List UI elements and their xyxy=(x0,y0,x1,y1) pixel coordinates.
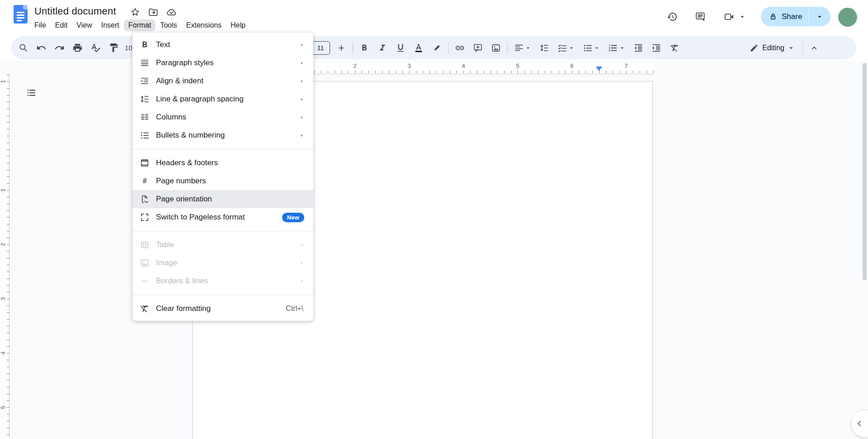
numbered-list-button[interactable] xyxy=(606,40,627,56)
undo-button[interactable] xyxy=(34,40,48,56)
menubar-item-view[interactable]: View xyxy=(72,19,96,31)
menubar-item-insert[interactable]: Insert xyxy=(97,19,124,31)
text-color-icon xyxy=(414,43,424,53)
menu-item-label: Borders & lines xyxy=(156,277,299,286)
logo-fold xyxy=(23,5,28,10)
insert-image-button[interactable] xyxy=(489,40,503,56)
menu-item-label: Table xyxy=(156,240,299,249)
docs-logo[interactable] xyxy=(14,5,28,24)
menu-item-paragraph-styles[interactable]: Paragraph styles xyxy=(132,54,313,72)
hruler-number: 7 xyxy=(623,63,630,69)
align-left-button[interactable] xyxy=(512,40,533,56)
menu-item-line-paragraph-spacing[interactable]: Line & paragraph spacing xyxy=(132,90,313,108)
font-size-input[interactable]: 11 xyxy=(311,41,330,55)
search-button[interactable] xyxy=(16,40,30,56)
numbered-list-icon xyxy=(608,43,618,53)
menu-item-table: Table xyxy=(132,236,313,254)
menubar-item-tools[interactable]: Tools xyxy=(156,19,181,31)
right-indent-marker[interactable] xyxy=(596,67,602,71)
menu-item-switch-to-pageless-format[interactable]: Switch to Pageless formatNew xyxy=(132,208,313,226)
dropdown-caret-icon xyxy=(524,44,532,52)
indent-decrease-button[interactable] xyxy=(632,40,645,56)
menu-item-label: Text xyxy=(156,40,299,49)
menu-item-page-numbers[interactable]: #Page numbers xyxy=(132,172,313,190)
menu-item-align-indent[interactable]: Align & indent xyxy=(132,72,313,90)
link-button[interactable] xyxy=(453,40,467,56)
comments-icon[interactable] xyxy=(695,11,706,22)
menubar-item-help[interactable]: Help xyxy=(226,19,250,31)
bold-icon xyxy=(139,39,150,50)
share-label: Share xyxy=(782,12,802,21)
hruler-number: 4 xyxy=(460,63,467,69)
text-color-button[interactable] xyxy=(412,40,425,56)
meet-video-icon[interactable] xyxy=(724,11,735,22)
menubar-item-file[interactable]: File xyxy=(30,19,51,31)
mode-button[interactable]: Editing xyxy=(747,40,798,56)
spell-check-button[interactable] xyxy=(89,40,102,56)
menu-shortcut: Ctrl+\ xyxy=(286,305,303,313)
clear-formatting-button[interactable] xyxy=(668,40,681,56)
share-dropdown[interactable] xyxy=(809,7,830,26)
menu-divider xyxy=(132,295,313,295)
underline-button[interactable] xyxy=(394,40,407,56)
plus-button[interactable] xyxy=(335,40,348,56)
indent-increase-icon xyxy=(651,43,661,53)
star-icon[interactable] xyxy=(130,7,141,18)
hide-menus-button[interactable] xyxy=(807,40,821,56)
align-left-icon xyxy=(514,43,524,53)
print-button[interactable] xyxy=(71,40,84,56)
paint-format-icon xyxy=(108,43,119,53)
meet-dropdown-caret-icon[interactable] xyxy=(738,13,746,21)
bold-button[interactable] xyxy=(358,40,371,56)
redo-button[interactable] xyxy=(52,40,66,56)
plus-icon xyxy=(337,43,346,52)
menu-item-bullets-numbering[interactable]: Bullets & numbering xyxy=(132,126,313,144)
dropdown-caret-icon xyxy=(568,44,575,52)
borders-lines-icon xyxy=(139,276,150,286)
line-spacing-icon xyxy=(139,94,150,105)
bulleted-list-button[interactable] xyxy=(581,40,602,56)
vertical-scrollbar[interactable] xyxy=(863,63,867,280)
menu-item-columns[interactable]: Columns xyxy=(132,108,313,126)
checklist-button[interactable] xyxy=(556,40,576,56)
mode-label: Editing xyxy=(762,44,784,52)
vruler-number: 5 xyxy=(0,404,6,411)
menu-item-headers-footers[interactable]: Headers & footers xyxy=(132,154,313,172)
line-spacing-button[interactable] xyxy=(538,40,551,56)
version-history-icon[interactable] xyxy=(667,11,678,22)
menubar-item-edit[interactable]: Edit xyxy=(51,19,72,31)
indent-increase-button[interactable] xyxy=(650,40,663,56)
menu-item-clear-formatting[interactable]: Clear formattingCtrl+\ xyxy=(132,300,313,318)
menu-item-label: Columns xyxy=(156,113,299,122)
add-comment-button[interactable] xyxy=(471,40,485,56)
move-to-folder-icon[interactable] xyxy=(148,7,159,18)
dropdown-caret-icon xyxy=(618,44,626,52)
account-avatar[interactable] xyxy=(838,8,857,27)
show-outline-button[interactable] xyxy=(24,85,39,100)
menubar-item-format[interactable]: Format xyxy=(124,19,156,31)
align-indent-icon xyxy=(139,76,150,86)
add-comment-icon xyxy=(473,43,483,53)
italic-button[interactable] xyxy=(376,40,389,56)
document-status-cloud-icon[interactable] xyxy=(166,7,177,18)
document-title[interactable]: Untitled document xyxy=(34,5,116,17)
paint-format-button[interactable] xyxy=(107,40,120,56)
submenu-arrow-icon xyxy=(299,97,304,102)
share-button[interactable]: Share xyxy=(761,7,830,26)
share-main[interactable]: Share xyxy=(761,7,808,26)
hruler-number: 5 xyxy=(514,63,521,69)
svg-text:#: # xyxy=(143,177,147,185)
highlight-icon xyxy=(432,43,442,53)
menu-divider xyxy=(132,149,313,149)
page-orientation-icon xyxy=(139,194,150,205)
pageless-icon xyxy=(139,212,150,223)
page-numbers-icon: # xyxy=(139,176,150,186)
menu-item-text[interactable]: Text xyxy=(132,36,313,54)
submenu-arrow-icon xyxy=(299,61,304,66)
format-menu: TextParagraph stylesAlign & indentLine &… xyxy=(132,33,313,321)
menubar-item-extensions[interactable]: Extensions xyxy=(182,19,226,31)
menu-item-page-orientation[interactable]: Page orientation xyxy=(132,190,313,208)
vruler-number: 4 xyxy=(0,349,6,357)
highlight-button[interactable] xyxy=(430,40,443,56)
hruler-number: 6 xyxy=(568,63,576,69)
